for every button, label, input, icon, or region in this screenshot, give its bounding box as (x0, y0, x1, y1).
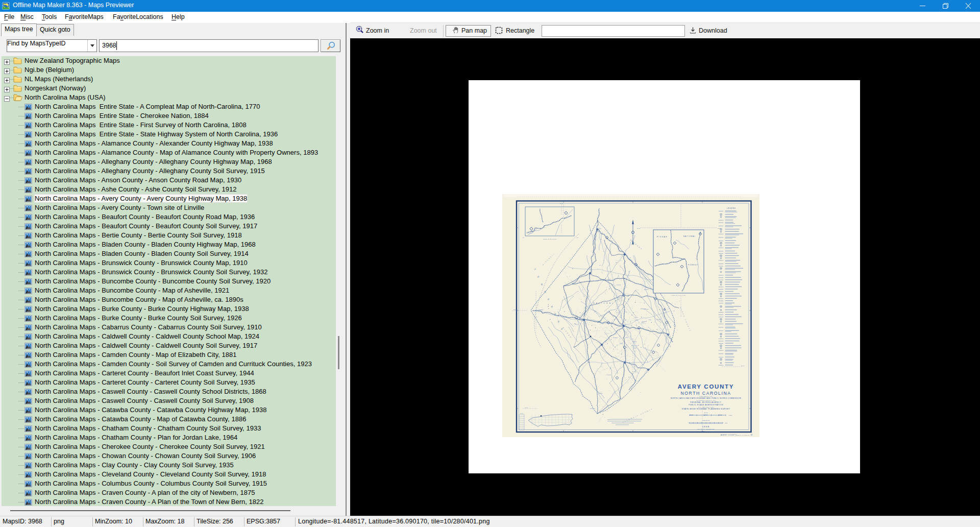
svg-text:WEST ◎ ELKTON: WEST ◎ ELKTON (543, 238, 556, 240)
svg-text:36°05': 36°05' (701, 430, 705, 432)
svg-text:FEET: FEET (725, 422, 728, 423)
svg-text:NATIONAL: NATIONAL (593, 302, 615, 304)
svg-text:SCALE: SCALE (520, 413, 524, 414)
svg-text:DATA OBTAINED FROM: DATA OBTAINED FROM (698, 406, 714, 408)
svg-text:AVERY COUNTY: AVERY COUNTY (721, 434, 737, 436)
svg-text:LEGEND: LEGEND (727, 207, 736, 209)
svg-text:IN COOPERATION WITH THE: IN COOPERATION WITH THE (696, 400, 716, 401)
svg-text:82°15': 82°15' (560, 203, 564, 204)
svg-text:NORTH CAROLINA: NORTH CAROLINA (736, 435, 750, 436)
svg-text:NORTH CAROLINA STATE HIGHWAY A: NORTH CAROLINA STATE HIGHWAY AND PUBLIC … (671, 397, 741, 399)
svg-text:36°05': 36°05' (632, 371, 635, 372)
svg-text:PUBLIC ROADS ADMINISTRATION: PUBLIC ROADS ADMINISTRATION (689, 404, 723, 406)
svg-text:FOOT SCALE: FOOT SCALE (702, 420, 709, 421)
svg-text:36°05': 36°05' (513, 309, 517, 310)
svg-text:36°05': 36°05' (741, 365, 745, 366)
svg-text:NORTH CAROLINA: NORTH CAROLINA (680, 391, 731, 396)
svg-text:36°15': 36°15' (718, 228, 721, 229)
svg-text:NOTE: NOTE (607, 419, 610, 420)
svg-text:AVERY COUNTY: AVERY COUNTY (678, 384, 734, 390)
svg-text:FORT ◎ LINVILLE: FORT ◎ LINVILLE (671, 295, 685, 296)
svg-text:36°: 36° (523, 237, 524, 238)
svg-text:SCALE: SCALE (704, 412, 708, 413)
svg-text:NATIONAL: NATIONAL (683, 235, 696, 237)
svg-text:36°05': 36°05' (525, 407, 528, 408)
svg-text:36°: 36° (577, 237, 578, 238)
svg-text:MILES: MILES (729, 415, 732, 416)
svg-text:PISGAH: PISGAH (657, 236, 668, 238)
svg-text:FOREST: FOREST (688, 264, 699, 266)
svg-text:36°15': 36°15' (637, 228, 641, 229)
svg-text:1938: 1938 (702, 425, 710, 428)
svg-text:POLYCONIC PROJECTION: POLYCONIC PROJECTION (697, 428, 715, 429)
svg-text:PREPARED BY THE: PREPARED BY THE (699, 396, 712, 397)
svg-text:STATE-WIDE HIGHWAY PLANNING SU: STATE-WIDE HIGHWAY PLANNING SURVEY (681, 408, 730, 410)
